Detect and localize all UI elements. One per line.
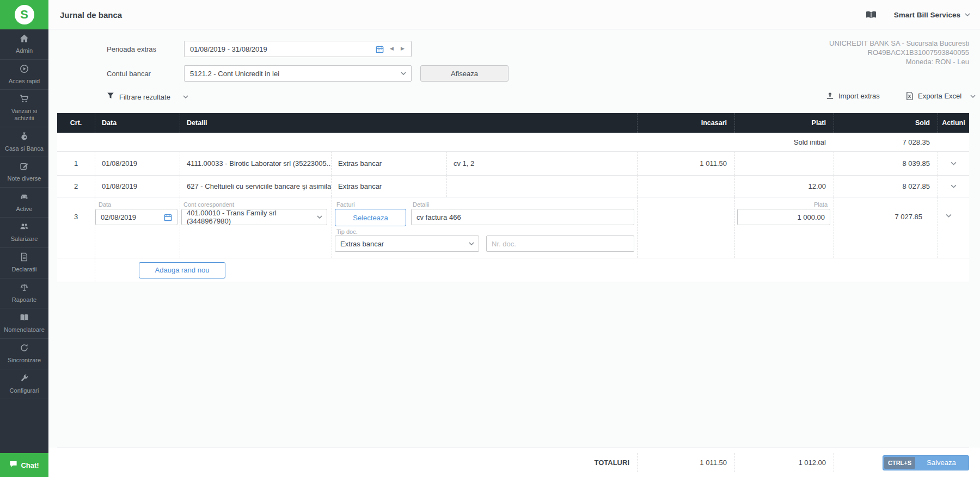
edit-doc-type-select[interactable]: Extras bancar [335, 236, 479, 252]
table-row: 1 01/08/2019 4111.00033 - Birotic Labora… [57, 152, 969, 176]
chat-bubble-icon [9, 460, 17, 470]
sidebar-item-declaratii[interactable]: Declaratii [0, 248, 48, 278]
sidebar-item-label: Vanzari si achizitii [2, 108, 46, 121]
home-icon [20, 34, 29, 45]
row-actions-chevron-icon[interactable] [951, 184, 957, 188]
account-menu-label: Smart Bill Services [894, 11, 960, 19]
sidebar-item-label: Acces rapid [9, 78, 40, 85]
account-menu[interactable]: Smart Bill Services [866, 0, 970, 29]
initial-balance-label: Sold initial [734, 133, 834, 151]
sidebar-item-casa-si-banca[interactable]: Casa si Banca [0, 127, 48, 158]
chevron-down-icon [317, 215, 322, 219]
sidebar-item-rapoarte[interactable]: Rapoarte [0, 278, 48, 309]
car-icon [20, 192, 29, 203]
export-excel-label: Exporta Excel [918, 92, 961, 100]
row-actions-chevron-icon[interactable] [951, 162, 957, 165]
footer-bar: TOTALURI 1 011.50 1 012.00 CTRL+S Salvea… [48, 448, 980, 477]
import-statement-button[interactable]: Import extras [826, 92, 880, 100]
add-new-row-button[interactable]: Adauga rand nou [139, 262, 225, 278]
edit-account-select-value: 401.00010 - Trans Family srl (3448967980… [187, 209, 314, 225]
book-icon [20, 313, 29, 324]
smartbill-logo-icon: S [15, 5, 34, 24]
sidebar-item-label: Note diverse [8, 175, 41, 182]
table-row: 2 01/08/2019 627 - Cheltuieli cu servici… [57, 176, 969, 197]
edit-row: 3 Data Cont corespondent 401.00010 - Tra… [57, 197, 969, 258]
excel-file-icon [905, 92, 914, 100]
scales-icon [20, 283, 29, 294]
edit-invoices-label: Facturi [336, 201, 355, 208]
totals-label: TOTALURI [57, 453, 637, 472]
sidebar-item-nomenclatoare[interactable]: Nomenclatoare [0, 308, 48, 339]
chevron-down-icon [401, 72, 406, 75]
sidebar-item-label: Casa si Banca [5, 145, 44, 152]
row-doc-type: Extras bancar [331, 152, 446, 175]
sidebar-item-vanzari-si-achizitii[interactable]: Vanzari si achizitii [0, 90, 48, 127]
sidebar-nav: Admin Acces rapid Vanzari si achizitii C… [0, 29, 48, 453]
calendar-icon[interactable] [376, 45, 384, 53]
header-incasari: Incasari [637, 113, 734, 133]
sidebar-item-salarizare[interactable]: Salarizare [0, 218, 48, 248]
edit-details-label: Detalii [413, 201, 430, 208]
chat-button[interactable]: Chat! [0, 453, 48, 477]
export-excel-button[interactable]: Exporta Excel [905, 92, 976, 100]
sidebar-item-configurari[interactable]: Configurari [0, 369, 48, 400]
upload-icon [826, 92, 834, 100]
row-incasari [637, 176, 734, 197]
chevron-down-icon [469, 242, 474, 245]
add-row-row: Adauga rand nou [57, 258, 969, 282]
cart-icon [20, 94, 29, 106]
select-invoices-button[interactable]: Selecteaza [335, 209, 406, 226]
edit-account-select[interactable]: 401.00010 - Trans Family srl (3448967980… [181, 209, 327, 225]
sidebar-item-acces-rapid[interactable]: Acces rapid [0, 60, 48, 90]
funnel-icon [107, 92, 114, 102]
row-sold: 8 027.85 [834, 176, 938, 197]
calendar-icon[interactable] [164, 213, 172, 221]
header-sold: Sold [834, 113, 938, 133]
play-circle-icon [20, 64, 29, 76]
edit-date-label: Data [99, 201, 111, 208]
journal-table: Crt. Data Detalii Incasari Plati Sold Ac… [57, 113, 969, 282]
chat-label: Chat! [21, 461, 39, 469]
save-shortcut-badge: CTRL+S [884, 457, 915, 469]
sidebar-item-admin[interactable]: Admin [0, 29, 48, 60]
totals-row: TOTALURI 1 011.50 1 012.00 CTRL+S Salvea… [57, 448, 969, 477]
smartbill-logo[interactable]: S [0, 0, 48, 29]
edit-details-input[interactable] [411, 209, 634, 225]
row-sold: 8 039.85 [834, 152, 938, 175]
bank-info-currency: Moneda: RON - Leu [829, 57, 969, 66]
row-details: cv 1, 2 [446, 152, 637, 175]
sidebar-item-active[interactable]: Active [0, 188, 48, 218]
help-book-icon[interactable] [866, 10, 877, 19]
previous-period-arrow-icon[interactable]: ◀ [390, 46, 394, 51]
top-bar: Jurnal de banca Smart Bill Services [48, 0, 980, 29]
show-button[interactable]: Afiseaza [420, 65, 509, 82]
sidebar-item-label: Admin [16, 47, 33, 54]
next-period-arrow-icon[interactable]: ▶ [401, 46, 405, 51]
totals-plati: 1 012.00 [734, 453, 834, 472]
edit-doc-number-input[interactable] [486, 236, 634, 252]
row-incasari: 1 011.50 [637, 152, 734, 175]
users-icon [20, 222, 29, 233]
row-date: 01/08/2019 [95, 152, 180, 175]
chevron-down-icon [965, 13, 970, 16]
edit-payment-input[interactable] [737, 209, 830, 225]
save-button[interactable]: CTRL+S Salveaza [883, 455, 969, 470]
save-button-label: Salveaza [915, 459, 967, 467]
filter-results-toggle[interactable]: Filtrare rezultate [107, 92, 188, 102]
header-actiuni: Actiuni [938, 113, 969, 133]
row-sold: 7 027.85 [834, 213, 930, 221]
bank-info-name: UNICREDIT BANK SA - Sucursala Bucuresti [829, 39, 969, 48]
bank-account-select[interactable]: 5121.2 - Cont Unicredit in lei [184, 65, 412, 82]
row-date: 01/08/2019 [95, 176, 180, 197]
totals-incasari: 1 011.50 [637, 453, 734, 472]
filter-results-label: Filtrare rezultate [119, 93, 170, 101]
row-index: 3 [57, 213, 95, 221]
sidebar-item-note-diverse[interactable]: Note diverse [0, 157, 48, 188]
wrench-icon [20, 374, 29, 385]
sidebar-item-sincronizare[interactable]: Sincronizare [0, 339, 48, 369]
header-crt: Crt. [57, 113, 95, 133]
chevron-down-icon [970, 95, 976, 98]
sidebar-item-label: Configurari [10, 387, 39, 394]
sidebar-item-label: Active [16, 206, 33, 213]
row-actions-chevron-icon[interactable] [946, 214, 952, 218]
